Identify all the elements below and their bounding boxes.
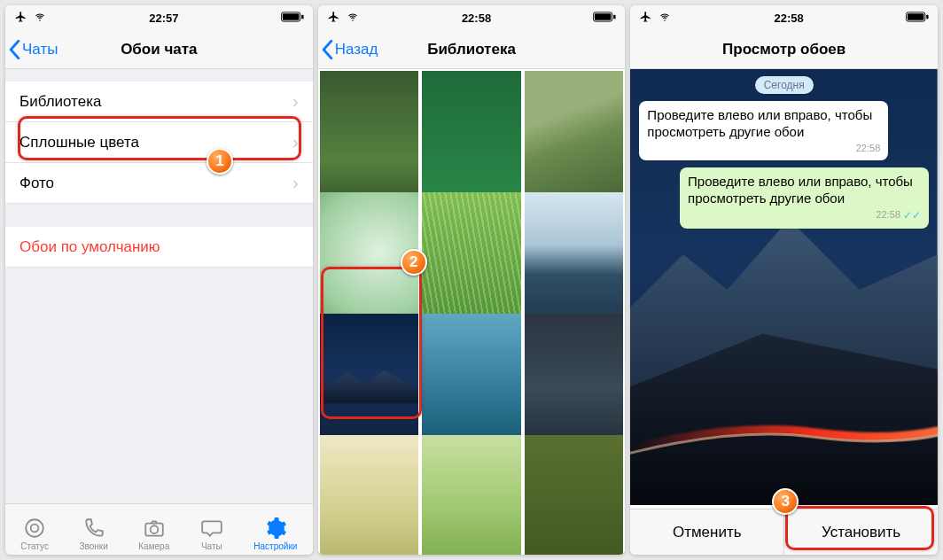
- row-library[interactable]: Библиотека ›: [5, 82, 313, 122]
- chat-preview-area: Сегодня Проведите влево или вправо, чтоб…: [630, 69, 938, 509]
- svg-rect-8: [595, 13, 612, 19]
- message-text: Проведите влево или вправо, чтобы просмо…: [688, 174, 921, 207]
- battery-icon: [906, 12, 929, 25]
- preview-action-bar: Отменить Установить: [630, 509, 938, 555]
- date-pill: Сегодня: [755, 76, 814, 94]
- row-library-label: Библиотека: [19, 93, 101, 111]
- set-button[interactable]: Установить: [783, 509, 938, 555]
- back-button[interactable]: Чаты: [5, 40, 58, 59]
- airplane-icon: [327, 11, 340, 26]
- row-reset-label: Обои по умолчанию: [19, 238, 160, 256]
- tab-status-label: Статус: [20, 541, 49, 551]
- message-timestamp: 22:58: [856, 143, 881, 155]
- tab-settings-label: Настройки: [253, 541, 297, 551]
- cancel-label: Отменить: [673, 524, 742, 541]
- status-time: 22:58: [462, 12, 491, 25]
- wifi-icon: [658, 12, 672, 25]
- status-bar: 22:57: [5, 5, 313, 30]
- chevron-right-icon: ›: [292, 173, 299, 193]
- screen-preview: 22:58 Просмотр обоев: [630, 5, 938, 555]
- tab-settings[interactable]: Настройки: [253, 517, 297, 551]
- outgoing-message: Проведите влево или вправо, чтобы просмо…: [680, 167, 929, 229]
- tab-calls[interactable]: Звонки: [79, 517, 107, 551]
- wallpaper-grid: [318, 69, 626, 555]
- message-timestamp: 22:58: [876, 209, 900, 222]
- wallpaper-options-list: Библиотека › Сплошные цвета › Фото ›: [5, 82, 313, 204]
- row-photo[interactable]: Фото ›: [5, 163, 313, 204]
- nav-bar: Просмотр обоев: [630, 30, 938, 69]
- svg-rect-11: [908, 13, 924, 19]
- svg-point-6: [150, 525, 158, 533]
- airplane-icon: [639, 11, 652, 26]
- svg-rect-12: [926, 14, 928, 19]
- status-time: 22:57: [149, 12, 178, 25]
- nav-bar: Назад Библиотека: [318, 30, 626, 69]
- tab-bar: Статус Звонки Камера Чаты Настройки: [5, 503, 313, 555]
- status-bar: 22:58: [318, 5, 626, 30]
- read-ticks-icon: ✓✓: [903, 209, 921, 222]
- row-reset-default[interactable]: Обои по умолчанию: [5, 227, 313, 268]
- cancel-button[interactable]: Отменить: [630, 509, 783, 555]
- back-label: Назад: [335, 41, 378, 58]
- tab-calls-label: Звонки: [79, 541, 107, 551]
- screen-library: 22:58 Назад Библиотека: [318, 5, 626, 555]
- nav-title: Просмотр обоев: [630, 41, 938, 58]
- row-photo-label: Фото: [19, 175, 54, 192]
- svg-point-3: [26, 519, 43, 537]
- svg-point-4: [31, 525, 39, 533]
- wallpaper-thumb[interactable]: [525, 435, 624, 555]
- wallpaper-thumb[interactable]: [320, 435, 419, 555]
- nav-bar: Чаты Обои чата: [5, 30, 313, 69]
- back-button[interactable]: Назад: [318, 40, 378, 59]
- wifi-icon: [346, 12, 360, 25]
- wifi-icon: [33, 12, 47, 25]
- svg-rect-1: [283, 13, 300, 19]
- row-solid-colors[interactable]: Сплошные цвета ›: [5, 122, 313, 163]
- battery-icon: [281, 12, 304, 25]
- svg-rect-9: [614, 14, 616, 19]
- screen-wallpaper-settings: 22:57 Чаты Обои чата Библиотека › Сплошн…: [5, 5, 313, 555]
- tab-camera-label: Камера: [138, 541, 169, 551]
- message-text: Проведите влево или вправо, чтобы просмо…: [647, 107, 880, 141]
- wallpaper-thumb[interactable]: [422, 435, 521, 555]
- tab-chats-label: Чаты: [201, 541, 222, 551]
- row-solid-label: Сплошные цвета: [19, 134, 139, 152]
- chevron-right-icon: ›: [292, 132, 299, 152]
- incoming-message: Проведите влево или вправо, чтобы просмо…: [639, 101, 888, 160]
- status-bar: 22:58: [630, 5, 938, 30]
- battery-icon: [593, 12, 616, 25]
- tab-camera[interactable]: Камера: [138, 517, 169, 551]
- wallpaper-preview[interactable]: Сегодня Проведите влево или вправо, чтоб…: [630, 69, 938, 509]
- chevron-right-icon: ›: [292, 91, 299, 112]
- set-label: Установить: [822, 524, 900, 541]
- airplane-icon: [14, 11, 27, 26]
- status-time: 22:58: [775, 12, 804, 25]
- svg-rect-2: [301, 14, 303, 19]
- tab-chats[interactable]: Чаты: [200, 517, 223, 551]
- back-label: Чаты: [22, 41, 58, 58]
- tab-status[interactable]: Статус: [20, 517, 49, 551]
